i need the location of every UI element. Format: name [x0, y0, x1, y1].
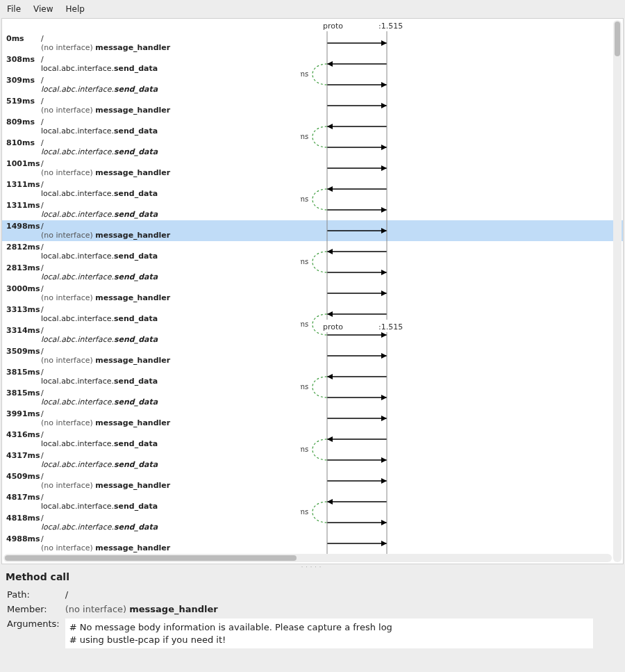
- timestamp: 4818ms: [2, 512, 41, 523]
- member-value: (no interface) message_handler: [65, 603, 597, 616]
- message-text: /local.abc.interface.send_data: [41, 137, 298, 156]
- timestamp: 4509ms: [2, 470, 41, 481]
- svg-marker-12: [327, 124, 333, 129]
- svg-marker-44: [327, 374, 333, 379]
- details-title: Method call: [6, 571, 619, 582]
- svg-text:0ms: 0ms: [301, 258, 308, 265]
- svg-marker-28: [381, 270, 387, 275]
- menu-help[interactable]: Help: [66, 4, 85, 14]
- svg-marker-19: [327, 186, 333, 192]
- svg-text:0ms: 0ms: [301, 383, 308, 391]
- timestamp: 1311ms: [2, 179, 41, 189]
- svg-marker-31: [381, 290, 387, 296]
- svg-text:0ms: 0ms: [301, 445, 308, 453]
- svg-marker-26: [327, 249, 333, 254]
- message-text: /local.abc.interface.send_data: [41, 199, 298, 219]
- svg-marker-3: [381, 40, 387, 46]
- message-text: /local.abc.interface.send_data: [41, 179, 298, 198]
- message-text: /local.abc.interface.send_data: [41, 512, 298, 532]
- svg-text:0ms: 0ms: [301, 508, 308, 516]
- message-text: /(no interface) message_handler: [41, 33, 298, 52]
- svg-marker-10: [381, 103, 387, 108]
- svg-text::1.515: :1.515: [378, 22, 403, 31]
- timestamp: 0ms: [2, 33, 41, 43]
- message-text: /(no interface) message_handler: [41, 533, 298, 552]
- message-text: /(no interface) message_handler: [41, 345, 298, 365]
- timestamp: 4817ms: [2, 491, 41, 502]
- timestamp: 1001ms: [2, 158, 41, 168]
- member-label: Member:: [7, 603, 64, 616]
- message-text: /local.abc.interface.send_data: [41, 262, 298, 281]
- timestamp: 4988ms: [2, 533, 41, 543]
- menu-file[interactable]: File: [7, 4, 21, 14]
- menubar: File View Help: [0, 0, 625, 18]
- path-value: /: [65, 588, 597, 601]
- svg-text:0ms: 0ms: [301, 133, 308, 140]
- hscroll-thumb[interactable]: [5, 555, 297, 561]
- timestamp: 3000ms: [2, 283, 41, 293]
- timestamp: 3509ms: [2, 345, 41, 356]
- message-text: /(no interface) message_handler: [41, 158, 298, 177]
- message-text: /local.abc.interface.send_data: [41, 304, 298, 323]
- svg-marker-14: [381, 145, 387, 150]
- svg-marker-46: [381, 395, 387, 400]
- timestamp: 810ms: [2, 137, 41, 147]
- timestamp: 809ms: [2, 116, 41, 126]
- svg-marker-21: [381, 207, 387, 213]
- message-text: /local.abc.interface.send_data: [41, 241, 298, 261]
- message-text: /local.abc.interface.send_data: [41, 116, 298, 136]
- svg-marker-7: [381, 82, 387, 88]
- message-text: /local.abc.interface.send_data: [41, 74, 298, 94]
- message-text: /local.abc.interface.send_data: [41, 450, 298, 469]
- message-text: /local.abc.interface.send_data: [41, 491, 298, 511]
- svg-marker-53: [381, 457, 387, 463]
- message-text: /(no interface) message_handler: [41, 220, 298, 240]
- timestamp: 519ms: [2, 95, 41, 106]
- svg-marker-56: [381, 478, 387, 484]
- timestamp: 2813ms: [2, 262, 41, 272]
- message-text: /(no interface) message_handler: [41, 470, 298, 490]
- timestamp: 309ms: [2, 74, 41, 85]
- timestamp: 2812ms: [2, 241, 41, 252]
- message-text: /local.abc.interface.send_data: [41, 429, 298, 448]
- message-text: /local.abc.interface.send_data: [41, 54, 298, 73]
- svg-text:proto: proto: [323, 322, 343, 331]
- svg-text:proto: proto: [323, 22, 343, 31]
- svg-marker-63: [381, 541, 387, 546]
- svg-marker-49: [381, 416, 387, 421]
- timestamp: 1311ms: [2, 199, 41, 210]
- message-text: /(no interface) message_handler: [41, 283, 298, 302]
- arguments-value: # No message body information is availab…: [65, 618, 593, 648]
- message-text: /(no interface) message_handler: [41, 95, 298, 115]
- message-text: /(no interface) message_handler: [41, 408, 298, 427]
- arguments-label: Arguments:: [7, 617, 64, 650]
- timestamp: 3313ms: [2, 304, 41, 314]
- svg-text:0ms: 0ms: [301, 70, 308, 78]
- svg-marker-60: [381, 520, 387, 525]
- svg-marker-5: [327, 61, 333, 67]
- svg-text:0ms: 0ms: [301, 320, 308, 328]
- timestamp: 3314ms: [2, 325, 41, 335]
- timestamp: 308ms: [2, 54, 41, 64]
- timestamp: 3815ms: [2, 366, 41, 377]
- timestamp: 4317ms: [2, 450, 41, 460]
- timestamp: 3815ms: [2, 387, 41, 398]
- message-text: /local.abc.interface.send_data: [41, 366, 298, 386]
- svg-marker-42: [381, 353, 387, 359]
- message-text: /local.abc.interface.send_data: [41, 325, 298, 344]
- sequence-diagram: proto:1.5150ms0ms0ms0msproto:1.5150ms0ms…: [301, 19, 440, 557]
- svg-text::1.515: :1.515: [378, 322, 403, 331]
- timestamp: 1498ms: [2, 220, 41, 231]
- svg-marker-24: [381, 228, 387, 233]
- svg-marker-39: [381, 332, 387, 338]
- svg-marker-58: [327, 499, 333, 505]
- message-text: /local.abc.interface.send_data: [41, 387, 298, 407]
- timestamp: 4316ms: [2, 429, 41, 439]
- svg-marker-17: [381, 165, 387, 171]
- svg-marker-51: [327, 436, 333, 442]
- timestamp: 3991ms: [2, 408, 41, 418]
- vertical-scrollbar[interactable]: [613, 20, 622, 562]
- menu-view[interactable]: View: [33, 4, 53, 14]
- horizontal-scrollbar[interactable]: [3, 554, 612, 562]
- scroll-thumb[interactable]: [615, 22, 620, 56]
